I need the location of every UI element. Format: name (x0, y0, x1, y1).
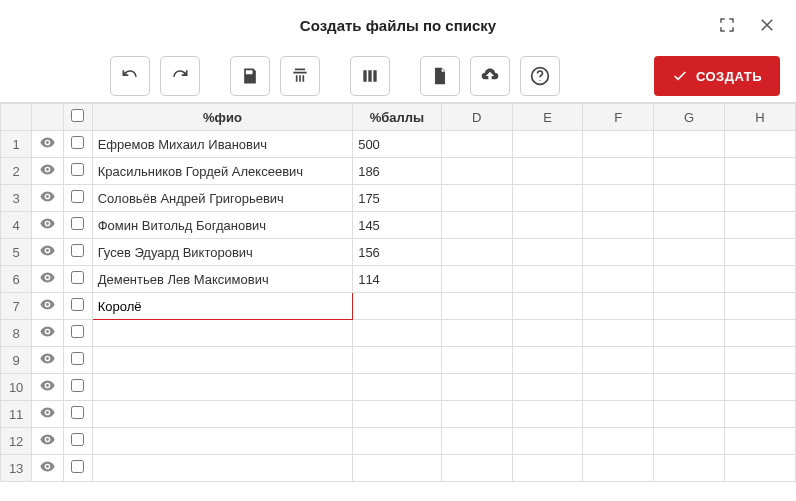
visibility-toggle[interactable] (32, 185, 63, 212)
cell-e[interactable] (512, 185, 583, 212)
cell-fio[interactable] (92, 320, 352, 347)
header-col-f[interactable]: F (583, 104, 654, 131)
row-check[interactable] (63, 347, 92, 374)
cell-d[interactable] (441, 428, 512, 455)
cell-bally[interactable]: 500 (353, 131, 442, 158)
cell-h[interactable] (725, 347, 796, 374)
cell-h[interactable] (725, 428, 796, 455)
cell-input[interactable] (93, 293, 352, 319)
table-row[interactable]: 9 (1, 347, 796, 374)
cell-fio[interactable]: Ефремов Михаил Иванович (92, 131, 352, 158)
select-all-checkbox[interactable] (71, 109, 84, 122)
row-check[interactable] (63, 158, 92, 185)
cell-h[interactable] (725, 158, 796, 185)
cell-h[interactable] (725, 293, 796, 320)
cell-f[interactable] (583, 212, 654, 239)
row-checkbox[interactable] (71, 271, 84, 284)
visibility-toggle[interactable] (32, 347, 63, 374)
cell-h[interactable] (725, 131, 796, 158)
row-checkbox[interactable] (71, 298, 84, 311)
visibility-toggle[interactable] (32, 266, 63, 293)
visibility-toggle[interactable] (32, 428, 63, 455)
undo-button[interactable] (110, 56, 150, 96)
cell-bally[interactable] (353, 374, 442, 401)
cell-f[interactable] (583, 131, 654, 158)
header-col-d[interactable]: D (441, 104, 512, 131)
cell-h[interactable] (725, 212, 796, 239)
cell-bally[interactable] (353, 401, 442, 428)
row-checkbox[interactable] (71, 433, 84, 446)
cell-fio[interactable]: Дементьев Лев Максимович (92, 266, 352, 293)
data-table[interactable]: %фио %баллы D E F G H 1Ефремов Михаил Ив… (0, 103, 796, 482)
visibility-toggle[interactable] (32, 131, 63, 158)
cell-g[interactable] (654, 158, 725, 185)
cell-e[interactable] (512, 320, 583, 347)
cell-bally[interactable]: 145 (353, 212, 442, 239)
table-row[interactable]: 8 (1, 320, 796, 347)
cell-e[interactable] (512, 158, 583, 185)
row-checkbox[interactable] (71, 136, 84, 149)
cell-g[interactable] (654, 347, 725, 374)
row-check[interactable] (63, 185, 92, 212)
row-check[interactable] (63, 401, 92, 428)
row-check[interactable] (63, 239, 92, 266)
cell-bally[interactable] (353, 428, 442, 455)
cell-f[interactable] (583, 374, 654, 401)
row-checkbox[interactable] (71, 190, 84, 203)
row-check[interactable] (63, 428, 92, 455)
row-checkbox[interactable] (71, 217, 84, 230)
table-row[interactable]: 4Фомин Витольд Богданович145 (1, 212, 796, 239)
row-checkbox[interactable] (71, 460, 84, 473)
cell-g[interactable] (654, 293, 725, 320)
visibility-toggle[interactable] (32, 239, 63, 266)
cell-e[interactable] (512, 293, 583, 320)
cell-h[interactable] (725, 455, 796, 482)
cell-bally[interactable]: 175 (353, 185, 442, 212)
cell-d[interactable] (441, 158, 512, 185)
visibility-toggle[interactable] (32, 212, 63, 239)
cell-e[interactable] (512, 401, 583, 428)
cell-f[interactable] (583, 158, 654, 185)
table-row[interactable]: 10 (1, 374, 796, 401)
table-row[interactable]: 3Соловьёв Андрей Григорьевич175 (1, 185, 796, 212)
table-row[interactable]: 5Гусев Эдуард Викторович156 (1, 239, 796, 266)
visibility-toggle[interactable] (32, 401, 63, 428)
row-checkbox[interactable] (71, 163, 84, 176)
cell-g[interactable] (654, 131, 725, 158)
row-checkbox[interactable] (71, 352, 84, 365)
header-check[interactable] (63, 104, 92, 131)
cell-fio[interactable]: Гусев Эдуард Викторович (92, 239, 352, 266)
cell-d[interactable] (441, 374, 512, 401)
create-button[interactable]: СОЗДАТЬ (654, 56, 780, 96)
visibility-toggle[interactable] (32, 293, 63, 320)
row-check[interactable] (63, 131, 92, 158)
cell-f[interactable] (583, 320, 654, 347)
cell-fio[interactable] (92, 374, 352, 401)
row-check[interactable] (63, 320, 92, 347)
cell-e[interactable] (512, 428, 583, 455)
row-checkbox[interactable] (71, 379, 84, 392)
cell-f[interactable] (583, 401, 654, 428)
cell-d[interactable] (441, 320, 512, 347)
cell-f[interactable] (583, 347, 654, 374)
cell-g[interactable] (654, 428, 725, 455)
cell-fio[interactable]: Соловьёв Андрей Григорьевич (92, 185, 352, 212)
cell-fio[interactable] (92, 401, 352, 428)
cell-g[interactable] (654, 320, 725, 347)
cell-e[interactable] (512, 239, 583, 266)
cell-d[interactable] (441, 266, 512, 293)
table-row[interactable]: 12 (1, 428, 796, 455)
cell-bally[interactable] (353, 320, 442, 347)
cell-fio[interactable] (92, 455, 352, 482)
columns-button[interactable] (350, 56, 390, 96)
cell-h[interactable] (725, 266, 796, 293)
cell-bally[interactable] (353, 347, 442, 374)
cell-g[interactable] (654, 212, 725, 239)
visibility-toggle[interactable] (32, 158, 63, 185)
cell-h[interactable] (725, 185, 796, 212)
header-col-g[interactable]: G (654, 104, 725, 131)
cell-d[interactable] (441, 293, 512, 320)
row-checkbox[interactable] (71, 406, 84, 419)
cell-g[interactable] (654, 401, 725, 428)
cell-d[interactable] (441, 131, 512, 158)
